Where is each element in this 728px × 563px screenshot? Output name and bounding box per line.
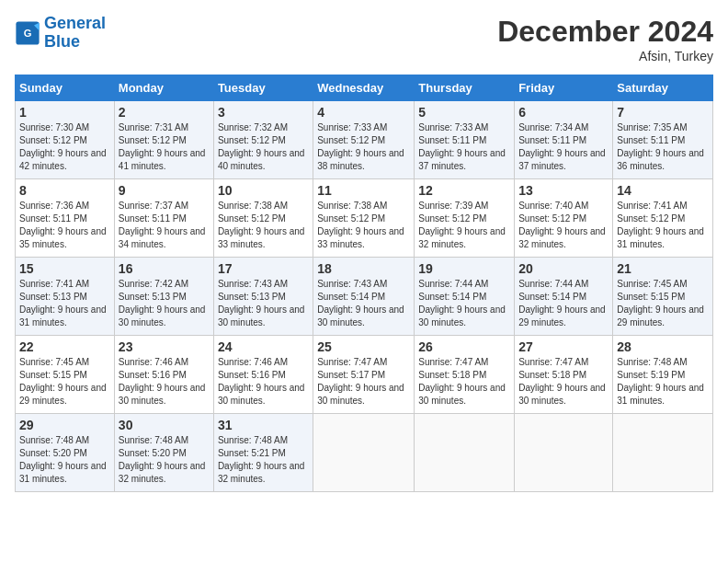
table-row: 7 Sunrise: 7:35 AMSunset: 5:11 PMDayligh…: [613, 101, 713, 179]
table-row: 25 Sunrise: 7:47 AMSunset: 5:17 PMDaylig…: [313, 336, 415, 414]
header-row: Sunday Monday Tuesday Wednesday Thursday…: [16, 75, 713, 101]
day-info: Sunrise: 7:48 AMSunset: 5:20 PMDaylight:…: [119, 435, 206, 484]
table-row: 27 Sunrise: 7:47 AMSunset: 5:18 PMDaylig…: [515, 336, 613, 414]
table-row: 8 Sunrise: 7:36 AMSunset: 5:11 PMDayligh…: [16, 179, 115, 258]
day-number: 13: [518, 183, 609, 198]
day-number: 20: [518, 261, 609, 276]
day-number: 18: [317, 261, 410, 276]
day-number: 4: [317, 105, 410, 120]
month-title: December 2024: [497, 15, 713, 49]
day-info: Sunrise: 7:44 AMSunset: 5:14 PMDaylight:…: [418, 279, 506, 327]
day-info: Sunrise: 7:48 AMSunset: 5:20 PMDaylight:…: [19, 435, 107, 484]
table-row: 21 Sunrise: 7:45 AMSunset: 5:15 PMDaylig…: [613, 258, 713, 336]
logo: G General Blue: [15, 15, 106, 52]
table-row: 29 Sunrise: 7:48 AMSunset: 5:20 PMDaylig…: [16, 414, 115, 492]
day-number: 26: [418, 339, 510, 354]
table-row: 26 Sunrise: 7:47 AMSunset: 5:18 PMDaylig…: [415, 336, 515, 414]
calendar-row: 22 Sunrise: 7:45 AMSunset: 5:15 PMDaylig…: [16, 336, 713, 414]
table-row: 15 Sunrise: 7:41 AMSunset: 5:13 PMDaylig…: [16, 258, 115, 336]
day-number: 15: [19, 261, 110, 276]
day-info: Sunrise: 7:37 AMSunset: 5:11 PMDaylight:…: [119, 201, 206, 249]
table-row: 19 Sunrise: 7:44 AMSunset: 5:14 PMDaylig…: [415, 258, 515, 336]
table-row: 13 Sunrise: 7:40 AMSunset: 5:12 PMDaylig…: [515, 179, 613, 258]
table-row: 22 Sunrise: 7:45 AMSunset: 5:15 PMDaylig…: [16, 336, 115, 414]
day-number: 2: [119, 105, 210, 120]
day-info: Sunrise: 7:43 AMSunset: 5:14 PMDaylight:…: [317, 279, 404, 327]
day-number: 30: [119, 418, 210, 432]
page-header: G General Blue December 2024 Afsin, Turk…: [15, 15, 713, 63]
table-row: 16 Sunrise: 7:42 AMSunset: 5:13 PMDaylig…: [114, 258, 213, 336]
table-row: 3 Sunrise: 7:32 AMSunset: 5:12 PMDayligh…: [213, 101, 313, 179]
table-row: 28 Sunrise: 7:48 AMSunset: 5:19 PMDaylig…: [613, 336, 713, 414]
day-info: Sunrise: 7:44 AMSunset: 5:14 PMDaylight:…: [518, 279, 606, 327]
day-number: 17: [218, 261, 309, 276]
day-number: 14: [617, 183, 709, 198]
calendar-table: Sunday Monday Tuesday Wednesday Thursday…: [15, 75, 713, 492]
day-number: 23: [119, 339, 210, 354]
day-number: 31: [218, 418, 309, 432]
col-wednesday: Wednesday: [313, 75, 415, 101]
table-row: 17 Sunrise: 7:43 AMSunset: 5:13 PMDaylig…: [213, 258, 313, 336]
svg-text:G: G: [24, 28, 32, 39]
day-info: Sunrise: 7:48 AMSunset: 5:19 PMDaylight:…: [617, 357, 704, 406]
day-info: Sunrise: 7:41 AMSunset: 5:12 PMDaylight:…: [617, 201, 704, 249]
day-number: 10: [218, 183, 309, 198]
day-info: Sunrise: 7:38 AMSunset: 5:12 PMDaylight:…: [218, 201, 305, 249]
day-info: Sunrise: 7:48 AMSunset: 5:21 PMDaylight:…: [218, 435, 305, 484]
day-number: 11: [317, 183, 410, 198]
day-number: 9: [119, 183, 210, 198]
day-info: Sunrise: 7:39 AMSunset: 5:12 PMDaylight:…: [418, 201, 506, 249]
day-info: Sunrise: 7:42 AMSunset: 5:13 PMDaylight:…: [119, 279, 206, 327]
day-info: Sunrise: 7:45 AMSunset: 5:15 PMDaylight:…: [617, 279, 704, 327]
table-row: 2 Sunrise: 7:31 AMSunset: 5:12 PMDayligh…: [114, 101, 213, 179]
day-info: Sunrise: 7:40 AMSunset: 5:12 PMDaylight:…: [518, 201, 606, 249]
day-number: 25: [317, 339, 410, 354]
table-row: 10 Sunrise: 7:38 AMSunset: 5:12 PMDaylig…: [213, 179, 313, 258]
day-number: 6: [518, 105, 609, 120]
day-info: Sunrise: 7:45 AMSunset: 5:15 PMDaylight:…: [19, 357, 107, 406]
calendar-row: 15 Sunrise: 7:41 AMSunset: 5:13 PMDaylig…: [16, 258, 713, 336]
table-row: 24 Sunrise: 7:46 AMSunset: 5:16 PMDaylig…: [213, 336, 313, 414]
day-info: Sunrise: 7:35 AMSunset: 5:11 PMDaylight:…: [617, 122, 704, 171]
day-number: 19: [418, 261, 510, 276]
table-row: [515, 414, 613, 492]
day-number: 29: [19, 418, 110, 432]
table-row: 11 Sunrise: 7:38 AMSunset: 5:12 PMDaylig…: [313, 179, 415, 258]
table-row: 18 Sunrise: 7:43 AMSunset: 5:14 PMDaylig…: [313, 258, 415, 336]
day-info: Sunrise: 7:34 AMSunset: 5:11 PMDaylight:…: [518, 122, 606, 171]
logo-text: General Blue: [44, 15, 106, 52]
day-number: 28: [617, 339, 709, 354]
day-info: Sunrise: 7:47 AMSunset: 5:18 PMDaylight:…: [418, 357, 506, 406]
day-number: 22: [19, 339, 110, 354]
day-number: 5: [418, 105, 510, 120]
day-number: 3: [218, 105, 309, 120]
location: Afsin, Turkey: [497, 49, 713, 63]
day-info: Sunrise: 7:41 AMSunset: 5:13 PMDaylight:…: [19, 279, 107, 327]
day-info: Sunrise: 7:32 AMSunset: 5:12 PMDaylight:…: [218, 122, 305, 171]
col-saturday: Saturday: [613, 75, 713, 101]
logo-icon: G: [15, 20, 40, 46]
col-thursday: Thursday: [415, 75, 515, 101]
day-info: Sunrise: 7:47 AMSunset: 5:17 PMDaylight:…: [317, 357, 404, 406]
calendar-row: 8 Sunrise: 7:36 AMSunset: 5:11 PMDayligh…: [16, 179, 713, 258]
day-info: Sunrise: 7:46 AMSunset: 5:16 PMDaylight:…: [218, 357, 305, 406]
day-info: Sunrise: 7:33 AMSunset: 5:12 PMDaylight:…: [317, 122, 404, 171]
table-row: 20 Sunrise: 7:44 AMSunset: 5:14 PMDaylig…: [515, 258, 613, 336]
day-info: Sunrise: 7:46 AMSunset: 5:16 PMDaylight:…: [119, 357, 206, 406]
title-block: December 2024 Afsin, Turkey: [497, 15, 713, 63]
table-row: 5 Sunrise: 7:33 AMSunset: 5:11 PMDayligh…: [415, 101, 515, 179]
day-info: Sunrise: 7:38 AMSunset: 5:12 PMDaylight:…: [317, 201, 404, 249]
logo-line1: General: [44, 14, 106, 32]
logo-line2: Blue: [44, 32, 80, 51]
table-row: 9 Sunrise: 7:37 AMSunset: 5:11 PMDayligh…: [114, 179, 213, 258]
day-info: Sunrise: 7:47 AMSunset: 5:18 PMDaylight:…: [518, 357, 606, 406]
table-row: 23 Sunrise: 7:46 AMSunset: 5:16 PMDaylig…: [114, 336, 213, 414]
table-row: 31 Sunrise: 7:48 AMSunset: 5:21 PMDaylig…: [213, 414, 313, 492]
col-sunday: Sunday: [16, 75, 115, 101]
day-number: 24: [218, 339, 309, 354]
day-number: 7: [617, 105, 709, 120]
table-row: [613, 414, 713, 492]
table-row: [313, 414, 415, 492]
day-number: 1: [19, 105, 110, 120]
table-row: 1 Sunrise: 7:30 AMSunset: 5:12 PMDayligh…: [16, 101, 115, 179]
